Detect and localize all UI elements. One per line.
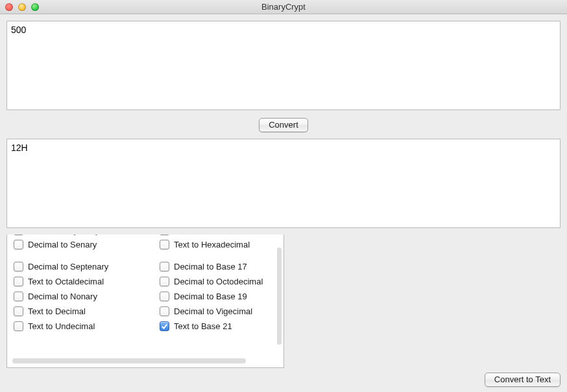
option-row[interactable]: Decimal to Base 19 bbox=[160, 289, 270, 304]
checkbox-icon[interactable] bbox=[14, 277, 23, 286]
close-icon[interactable] bbox=[5, 3, 13, 11]
convert-button[interactable]: Convert bbox=[259, 118, 308, 132]
options-panel: Decimal to Quinary Decimal to Pentadecim… bbox=[6, 235, 284, 368]
convert-to-text-button[interactable]: Convert to Text bbox=[485, 373, 561, 387]
output-textarea[interactable] bbox=[6, 139, 561, 228]
option-row[interactable]: Text to Undecimal bbox=[14, 319, 160, 334]
checkbox-icon[interactable] bbox=[14, 292, 23, 301]
checkbox-icon[interactable] bbox=[160, 235, 169, 235]
convert-row: Convert bbox=[6, 110, 561, 139]
checkbox-icon[interactable] bbox=[14, 235, 23, 235]
checkbox-icon[interactable] bbox=[14, 262, 23, 271]
option-label: Decimal to Base 19 bbox=[174, 292, 247, 301]
option-label: Text to Base 21 bbox=[174, 321, 232, 331]
option-row[interactable]: Decimal to Senary bbox=[14, 237, 160, 252]
checkbox-icon[interactable] bbox=[14, 240, 23, 249]
option-row[interactable]: Decimal to Base 17 bbox=[160, 259, 270, 274]
options-scroll[interactable]: Decimal to Quinary Decimal to Pentadecim… bbox=[7, 235, 284, 334]
option-label: Text to Undecimal bbox=[28, 321, 95, 331]
content-area: Convert Decimal to Quinary Decimal to Pe… bbox=[0, 14, 567, 392]
zoom-icon[interactable] bbox=[31, 3, 39, 11]
titlebar: BinaryCrypt bbox=[0, 0, 567, 14]
checkbox-icon[interactable] bbox=[160, 306, 169, 316]
checkbox-icon[interactable] bbox=[160, 240, 169, 249]
checkbox-icon[interactable] bbox=[160, 292, 169, 301]
option-label: Text to Hexadecimal bbox=[174, 240, 250, 249]
option-label: Text to Octaldecimal bbox=[28, 277, 104, 286]
window-title: BinaryCrypt bbox=[0, 2, 567, 12]
option-label: Decimal to Octodecimal bbox=[174, 277, 263, 286]
option-label: Decimal to Base 17 bbox=[174, 262, 247, 271]
option-row[interactable]: Text to Hexadecimal bbox=[160, 237, 270, 252]
checkbox-icon[interactable] bbox=[160, 262, 169, 271]
option-row[interactable]: Decimal to Septenary bbox=[14, 259, 160, 274]
option-label: Decimal to Septenary bbox=[28, 262, 108, 271]
option-label: Text to Decimal bbox=[28, 306, 86, 316]
vertical-scrollbar[interactable] bbox=[277, 248, 282, 345]
checkbox-checked-icon[interactable] bbox=[160, 321, 169, 331]
window-controls bbox=[0, 3, 39, 11]
option-row[interactable]: Decimal to Nonary bbox=[14, 289, 160, 304]
horizontal-scrollbar[interactable] bbox=[12, 358, 246, 363]
option-row[interactable]: Decimal to Octodecimal bbox=[160, 274, 270, 289]
minimize-icon[interactable] bbox=[18, 3, 26, 11]
checkbox-icon[interactable] bbox=[14, 321, 23, 331]
option-label: Decimal to Nonary bbox=[28, 292, 97, 301]
option-label: Decimal to Senary bbox=[28, 240, 97, 249]
option-row[interactable]: Text to Base 21 bbox=[160, 319, 270, 334]
option-row[interactable]: Decimal to Vigecimal bbox=[160, 304, 270, 319]
checkbox-icon[interactable] bbox=[14, 306, 23, 316]
checkbox-icon[interactable] bbox=[160, 277, 169, 286]
option-row[interactable]: Text to Decimal bbox=[14, 304, 160, 319]
option-label: Decimal to Vigecimal bbox=[174, 306, 252, 316]
input-textarea[interactable] bbox=[6, 21, 561, 110]
option-row[interactable]: Text to Octaldecimal bbox=[14, 274, 160, 289]
